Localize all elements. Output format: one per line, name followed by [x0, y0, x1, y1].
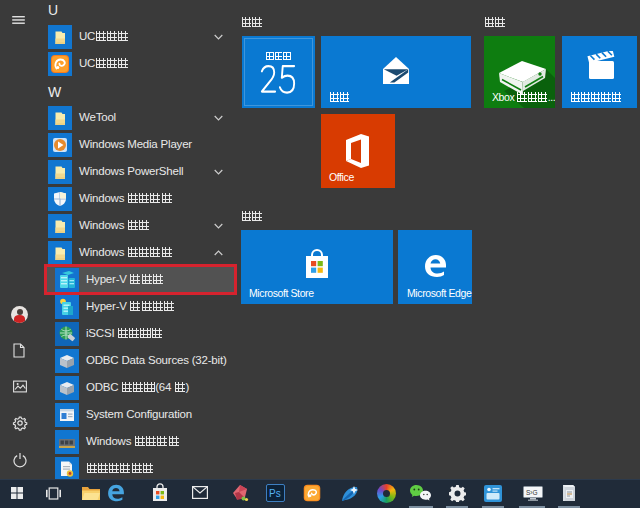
svg-text:Ps: Ps [269, 488, 281, 499]
svg-text:S›G: S›G [526, 489, 538, 496]
